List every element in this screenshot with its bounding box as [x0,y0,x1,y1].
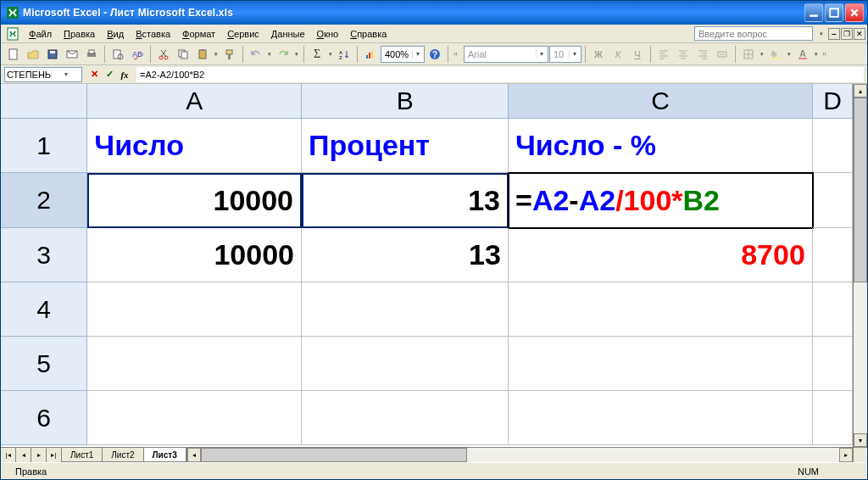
menu-формат[interactable]: Формат [176,27,221,41]
sheet-tab[interactable]: Лист1 [61,448,103,462]
paste-icon[interactable] [193,45,212,64]
cell[interactable] [87,391,302,445]
toolbar-overflow-icon[interactable] [452,45,457,64]
cell[interactable]: Число - % [509,119,813,173]
cell[interactable] [813,337,853,391]
close-button[interactable] [845,3,864,22]
tab-next-icon[interactable]: ▸ [31,448,47,462]
cell[interactable]: 13 [302,173,509,228]
formula-input[interactable]: =A2-A2/100*B2 [136,67,864,82]
bold-icon[interactable]: Ж [589,45,608,64]
cell[interactable]: 10000 [87,228,302,282]
column-header[interactable]: C [509,84,813,119]
cell[interactable] [509,282,813,337]
redo-icon[interactable] [274,45,292,64]
column-header[interactable]: B [302,84,509,119]
sort-icon[interactable]: AZ [335,45,353,64]
cell[interactable] [813,173,853,228]
font-color-icon[interactable]: A [793,45,812,64]
cell[interactable] [509,337,813,391]
autosum-dropdown-icon[interactable]: ▾ [327,51,334,58]
mdi-restore-button[interactable]: ❐ [841,28,853,40]
row-header[interactable]: 6 [1,391,87,445]
fill-dropdown-icon[interactable]: ▾ [786,51,793,58]
align-left-icon[interactable] [654,45,673,64]
menu-справка[interactable]: Справка [344,27,392,41]
vscroll-down-icon[interactable]: ▾ [854,433,867,447]
menu-окно[interactable]: Окно [311,27,345,41]
tab-first-icon[interactable]: |◂ [1,448,16,462]
select-all-corner[interactable] [1,84,87,119]
cell[interactable]: Процент [302,119,509,173]
menu-данные[interactable]: Данные [265,27,311,41]
menu-правка[interactable]: Правка [58,27,101,41]
chart-icon[interactable] [361,45,380,64]
cell[interactable]: 13 [302,228,509,282]
cell[interactable] [813,228,853,282]
zoom-combo[interactable]: 400%▾ [381,46,425,63]
redo-dropdown-icon[interactable]: ▾ [293,51,300,58]
mdi-minimize-button[interactable]: ‒ [828,28,840,40]
cell[interactable] [302,282,509,337]
cell[interactable] [813,119,853,173]
print-preview-icon[interactable] [108,45,127,64]
mail-icon[interactable] [63,45,81,64]
undo-icon[interactable] [247,45,265,64]
align-center-icon[interactable] [674,45,693,64]
column-header[interactable]: D [813,84,853,119]
vscroll-up-icon[interactable]: ▴ [854,84,867,98]
help-icon[interactable]: ? [426,45,444,64]
font-size-combo[interactable]: 10▾ [549,46,581,63]
merge-icon[interactable] [713,45,732,64]
borders-dropdown-icon[interactable]: ▾ [759,51,765,58]
hscroll-left-icon[interactable]: ◂ [187,448,201,462]
cell[interactable] [87,282,302,337]
menu-вид[interactable]: Вид [101,27,130,41]
copy-icon[interactable] [174,45,192,64]
new-icon[interactable] [4,45,23,64]
paste-dropdown-icon[interactable]: ▾ [213,51,220,58]
doc-excel-icon[interactable] [6,27,19,41]
cell[interactable]: Число [87,119,302,173]
align-right-icon[interactable] [693,45,712,64]
row-header[interactable]: 1 [1,119,87,173]
name-box[interactable]: СТЕПЕНЬ▾ [4,67,82,82]
cell[interactable] [509,391,813,445]
hscroll-right-icon[interactable]: ▸ [839,448,853,462]
enter-icon[interactable]: ✓ [103,68,116,81]
cancel-icon[interactable]: ✕ [87,68,101,81]
italic-icon[interactable]: К [609,45,627,64]
font-name-combo[interactable]: Arial▾ [464,46,548,63]
sheet-tab[interactable]: Лист3 [143,448,186,462]
cell[interactable]: 10000 [87,173,302,228]
vertical-scrollbar[interactable]: ▴ ▾ [853,84,867,462]
cell[interactable]: 8700 [509,228,813,282]
format-painter-icon[interactable] [220,45,239,64]
undo-dropdown-icon[interactable]: ▾ [266,51,273,58]
mdi-close-button[interactable]: ✕ [854,28,865,40]
format-toolbar-overflow-icon[interactable] [821,45,826,64]
cell[interactable] [302,391,509,445]
menu-сервис[interactable]: Сервис [221,27,265,41]
maximize-button[interactable] [825,3,843,22]
cell[interactable] [87,337,302,391]
column-header[interactable]: A [87,84,302,119]
help-search-input[interactable]: Введите вопрос [694,26,813,41]
open-icon[interactable] [24,45,42,64]
sheet-tab[interactable]: Лист2 [102,448,143,462]
fontcolor-dropdown-icon[interactable]: ▾ [813,51,820,58]
underline-icon[interactable]: Ч [628,45,647,64]
cut-icon[interactable] [154,45,173,64]
fx-icon[interactable]: fx [118,68,131,81]
cell[interactable] [302,337,509,391]
cell[interactable] [813,391,853,445]
tab-last-icon[interactable]: ▸| [47,448,62,462]
worksheet-grid[interactable]: ABCD 1ЧислоПроцентЧисло - %21000013=A2-A… [1,84,853,462]
minimize-button[interactable] [804,3,823,22]
row-header[interactable]: 5 [1,337,87,391]
row-header[interactable]: 4 [1,282,87,337]
menu-вставка[interactable]: Вставка [130,27,176,41]
print-icon[interactable] [82,45,101,64]
borders-icon[interactable] [739,45,758,64]
help-dropdown-icon[interactable]: ▾ [818,31,825,37]
